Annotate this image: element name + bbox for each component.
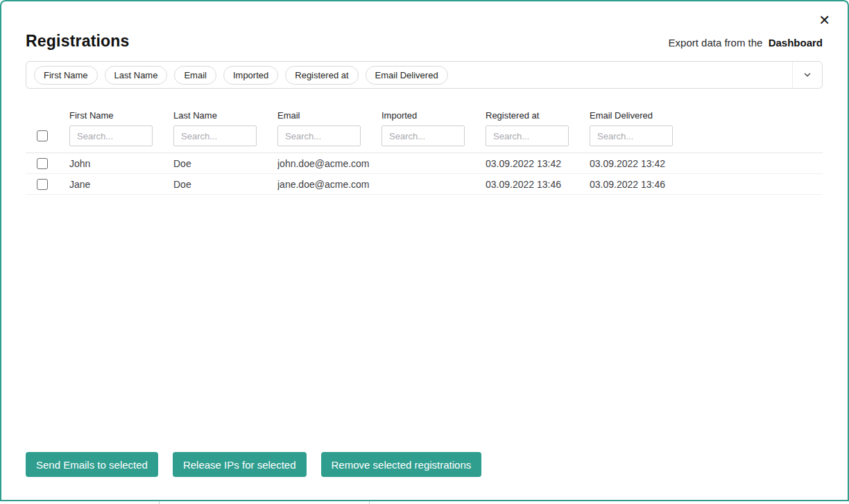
filter-pill-email-delivered[interactable]: Email Delivered <box>366 66 448 85</box>
page-title: Registrations <box>26 32 130 51</box>
row-checkbox-cell <box>26 158 69 169</box>
column-header-registered-at: Registered at <box>486 110 590 146</box>
search-input-imported[interactable] <box>381 125 465 146</box>
filter-pill-last-name[interactable]: Last Name <box>105 66 168 85</box>
registrations-modal: ✕ Registrations Export data from the Das… <box>0 0 849 504</box>
column-label: Registered at <box>486 110 590 121</box>
search-input-email-delivered[interactable] <box>590 125 673 146</box>
column-label: First Name <box>69 110 173 121</box>
header-checkbox-cell <box>26 130 69 146</box>
table-row: John Doe john.doe@acme.com 03.09.2022 13… <box>26 153 823 174</box>
filter-pill-first-name[interactable]: First Name <box>34 66 98 85</box>
cell-last-name: Doe <box>173 158 277 169</box>
column-header-last-name: Last Name <box>173 110 277 146</box>
cell-email: john.doe@acme.com <box>277 158 381 169</box>
filter-pill-imported[interactable]: Imported <box>223 66 278 85</box>
cell-last-name: Doe <box>173 179 277 190</box>
background-page-edge <box>0 500 849 504</box>
search-input-email[interactable] <box>277 125 361 146</box>
send-emails-button[interactable]: Send Emails to selected <box>26 452 158 477</box>
column-label: Email <box>277 110 381 121</box>
cell-email-delivered: 03.09.2022 13:46 <box>590 179 823 190</box>
dashboard-link[interactable]: Dashboard <box>769 37 823 49</box>
row-checkbox[interactable] <box>37 179 48 190</box>
column-header-imported: Imported <box>381 110 486 146</box>
remove-registrations-button[interactable]: Remove selected registrations <box>321 452 482 477</box>
column-header-email-delivered: Email Delivered <box>590 110 823 146</box>
export-hint-text: Export data from the <box>669 37 763 49</box>
column-filter-bar: First Name Last Name Email Imported Regi… <box>26 61 823 89</box>
search-input-first-name[interactable] <box>69 125 153 146</box>
filter-dropdown-button[interactable] <box>792 62 822 88</box>
search-input-registered-at[interactable] <box>486 125 569 146</box>
background-column-divider <box>369 501 370 504</box>
modal-header: Registrations Export data from the Dashb… <box>26 32 823 51</box>
release-ips-button[interactable]: Release IPs for selected <box>173 452 307 477</box>
column-label: Last Name <box>173 110 277 121</box>
search-input-last-name[interactable] <box>173 125 257 146</box>
bulk-actions: Send Emails to selected Release IPs for … <box>26 452 481 477</box>
cell-email: jane.doe@acme.com <box>277 179 381 190</box>
filter-pill-registered-at[interactable]: Registered at <box>285 66 358 85</box>
close-icon[interactable]: ✕ <box>816 10 833 30</box>
cell-registered-at: 03.09.2022 13:46 <box>486 179 590 190</box>
filter-pill-email[interactable]: Email <box>174 66 216 85</box>
column-header-first-name: First Name <box>69 110 173 146</box>
column-header-email: Email <box>277 110 381 146</box>
chevron-down-icon <box>803 71 812 79</box>
select-all-checkbox[interactable] <box>37 130 48 141</box>
export-hint: Export data from the Dashboard <box>669 37 823 49</box>
column-label: Email Delivered <box>590 110 823 121</box>
row-checkbox-cell <box>26 179 69 190</box>
column-label: Imported <box>381 110 486 121</box>
table-header-row: First Name Last Name Email Imported Regi… <box>26 110 823 153</box>
cell-first-name: John <box>69 158 173 169</box>
background-column-divider <box>159 501 160 504</box>
cell-email-delivered: 03.09.2022 13:42 <box>590 158 823 169</box>
row-checkbox[interactable] <box>37 158 48 169</box>
cell-first-name: Jane <box>69 179 173 190</box>
registrations-table: First Name Last Name Email Imported Regi… <box>26 110 823 195</box>
cell-registered-at: 03.09.2022 13:42 <box>486 158 590 169</box>
table-row: Jane Doe jane.doe@acme.com 03.09.2022 13… <box>26 174 823 195</box>
